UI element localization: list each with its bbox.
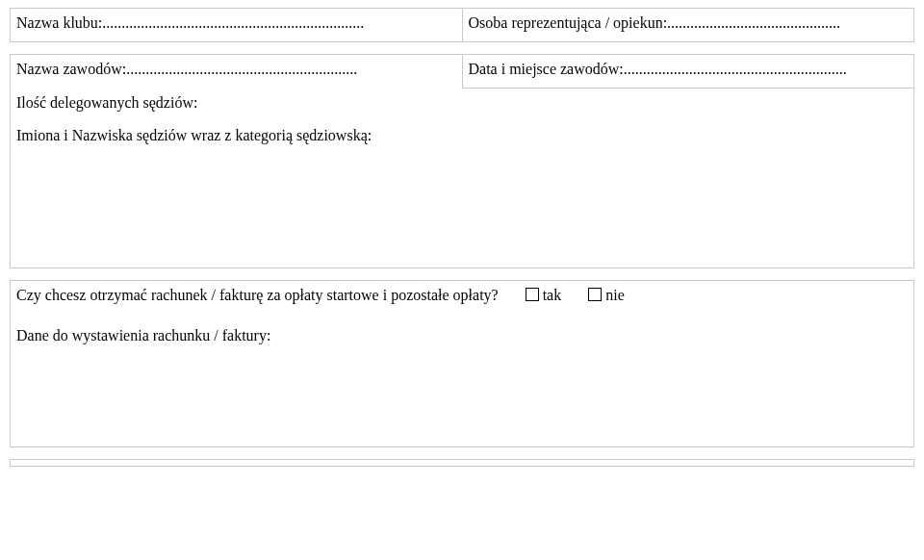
cell-footer-strip xyxy=(11,460,914,467)
checkbox-no[interactable] xyxy=(588,288,602,301)
cell-judges-names[interactable]: Imiona i Nazwiska sędziów wraz z kategor… xyxy=(11,121,914,268)
representative-label: Osoba reprezentująca / opiekun: xyxy=(469,14,668,31)
representative-value-dots[interactable]: ........................................… xyxy=(667,14,840,32)
competition-name-value-dots[interactable]: ........................................… xyxy=(126,61,357,78)
option-no-label: nie xyxy=(605,287,625,304)
cell-club-name: Nazwa klubu: ...........................… xyxy=(11,9,463,42)
invoice-details-label: Dane do wystawienia rachunku / faktury: xyxy=(16,327,270,344)
competition-date-label: Data i miejsce zawodów: xyxy=(469,61,624,77)
delegated-judges-label: Ilość delegowanych sędziów: xyxy=(16,94,197,111)
option-yes[interactable]: tak xyxy=(526,287,562,304)
club-name-value-dots[interactable]: ........................................… xyxy=(102,14,364,32)
option-no[interactable]: nie xyxy=(588,287,625,304)
competition-date-value-dots[interactable]: ........................................… xyxy=(624,61,847,78)
judges-names-label: Imiona i Nazwiska sędziów wraz z kategor… xyxy=(16,127,372,143)
checkbox-yes[interactable] xyxy=(526,288,539,301)
cell-competition-name: Nazwa zawodów: .........................… xyxy=(11,55,463,89)
club-name-label: Nazwa klubu: xyxy=(16,14,102,31)
option-yes-label: tak xyxy=(543,287,562,304)
competition-name-label: Nazwa zawodów: xyxy=(16,61,126,77)
cell-representative: Osoba reprezentująca / opiekun: ........… xyxy=(462,9,914,42)
cell-competition-date: Data i miejsce zawodów: ................… xyxy=(462,55,914,89)
cell-invoice-question: Czy chcesz otrzymać rachunek / fakturę z… xyxy=(11,281,914,311)
cell-delegated-judges: Ilość delegowanych sędziów: xyxy=(11,89,914,122)
invoice-question-text: Czy chcesz otrzymać rachunek / fakturę z… xyxy=(16,287,499,304)
cell-invoice-details[interactable]: Dane do wystawienia rachunku / faktury: xyxy=(11,310,914,447)
registration-form: Nazwa klubu: ...........................… xyxy=(10,8,914,467)
